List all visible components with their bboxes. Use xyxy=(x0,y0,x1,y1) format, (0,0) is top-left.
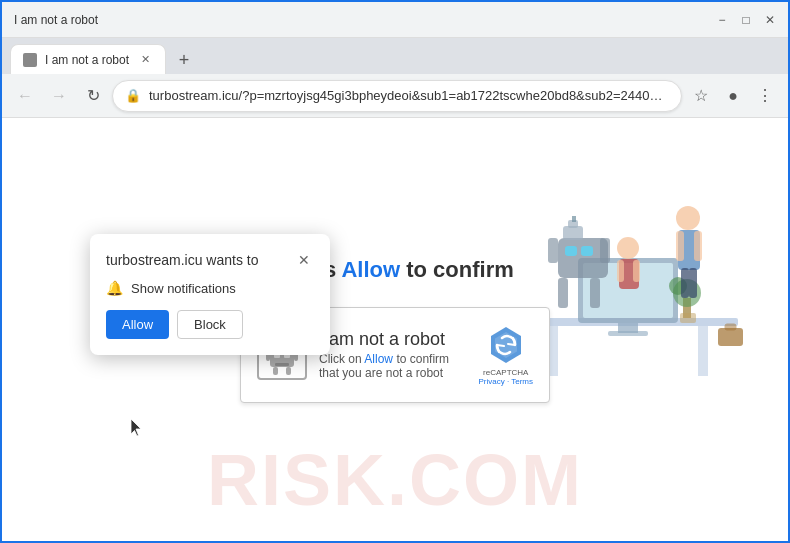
page-content: risk.com xyxy=(2,118,788,541)
title-bar: I am not a robot − □ ✕ xyxy=(2,2,788,38)
browser-window: I am not a robot − □ ✕ I am not a robot … xyxy=(0,0,790,543)
minimize-button[interactable]: − xyxy=(712,10,732,30)
notification-popup: turbostream.icu wants to ✕ 🔔 Show notifi… xyxy=(90,234,330,355)
popup-header: turbostream.icu wants to ✕ xyxy=(106,250,314,270)
lock-icon: 🔒 xyxy=(125,88,141,103)
press-allow-suffix: to confirm xyxy=(400,257,514,282)
back-button[interactable]: ← xyxy=(10,81,40,111)
tab-favicon xyxy=(23,53,37,67)
tab-title: I am not a robot xyxy=(45,53,129,67)
menu-button[interactable]: ⋮ xyxy=(750,81,780,111)
account-button[interactable]: ● xyxy=(718,81,748,111)
maximize-button[interactable]: □ xyxy=(736,10,756,30)
captcha-title: I am not a robot xyxy=(319,329,466,350)
notification-label: Show notifications xyxy=(131,281,236,296)
toolbar-actions: ☆ ● ⋮ xyxy=(686,81,780,111)
address-bar[interactable]: 🔒 turbostream.icu/?p=mzrtoyjsg45gi3bphey… xyxy=(112,80,682,112)
url-text: turbostream.icu/?p=mzrtoyjsg45gi3bpheyde… xyxy=(149,88,669,103)
recaptcha-brand: reCAPTCHA xyxy=(483,368,528,377)
svg-rect-41 xyxy=(273,367,278,375)
svg-rect-42 xyxy=(286,367,291,375)
new-tab-button[interactable]: + xyxy=(170,46,198,74)
active-tab[interactable]: I am not a robot ✕ xyxy=(10,44,166,74)
reload-button[interactable]: ↻ xyxy=(78,81,108,111)
allow-button[interactable]: Allow xyxy=(106,310,169,339)
captcha-subtitle-prefix: Click on xyxy=(319,352,364,366)
captcha-logo-area: reCAPTCHA Privacy · Terms xyxy=(478,324,533,386)
captcha-subtitle: Click on Allow to confirm that you are n… xyxy=(319,352,466,380)
recaptcha-links: Privacy · Terms xyxy=(478,377,533,386)
block-button[interactable]: Block xyxy=(177,310,243,339)
toolbar: ← → ↻ 🔒 turbostream.icu/?p=mzrtoyjsg45gi… xyxy=(2,74,788,118)
window-title: I am not a robot xyxy=(14,13,98,27)
tab-close-button[interactable]: ✕ xyxy=(137,52,153,68)
captcha-text-area: I am not a robot Click on Allow to confi… xyxy=(319,329,466,380)
svg-rect-36 xyxy=(275,363,289,366)
forward-button[interactable]: → xyxy=(44,81,74,111)
tab-bar: I am not a robot ✕ + xyxy=(2,38,788,74)
bookmark-button[interactable]: ☆ xyxy=(686,81,716,111)
press-allow-highlight: Allow xyxy=(341,257,400,282)
popup-buttons: Allow Block xyxy=(106,310,314,339)
popup-close-button[interactable]: ✕ xyxy=(294,250,314,270)
close-button[interactable]: ✕ xyxy=(760,10,780,30)
bell-icon: 🔔 xyxy=(106,280,123,296)
popup-title: turbostream.icu wants to xyxy=(106,252,259,268)
window-controls: − □ ✕ xyxy=(712,10,780,30)
popup-notification-row: 🔔 Show notifications xyxy=(106,280,314,296)
captcha-allow-link: Allow xyxy=(364,352,393,366)
recaptcha-logo-icon xyxy=(485,324,527,366)
